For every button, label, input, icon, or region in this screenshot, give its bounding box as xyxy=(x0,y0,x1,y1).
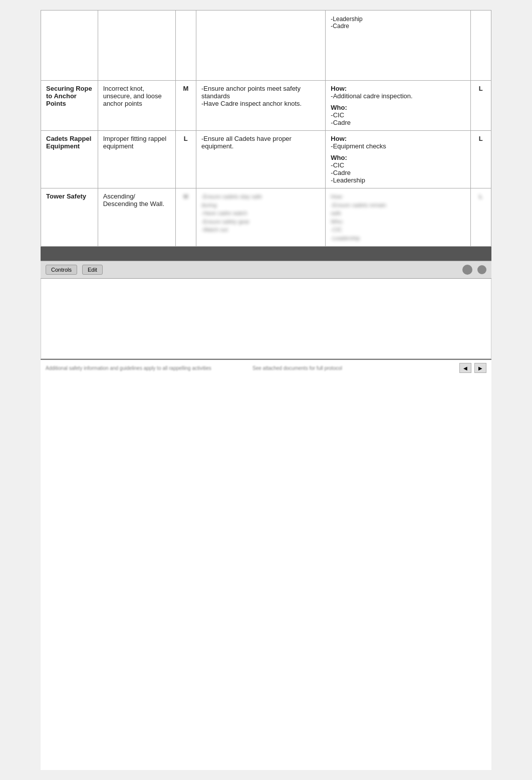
who-label-securing: Who: xyxy=(331,104,347,111)
details-text: -Leadership -Cadre xyxy=(331,16,465,30)
details-securing: How: -Additional cadre inspection. Who: … xyxy=(326,81,470,131)
how-label-securing: How: xyxy=(331,85,347,92)
risk-cell xyxy=(98,11,175,81)
footer-area: Additional safety information and guidel… xyxy=(41,359,491,376)
footer-arrows: ◀ ▶ xyxy=(459,363,486,373)
level-tower-blurred: M xyxy=(181,192,191,201)
how-label-cadets: How: xyxy=(331,135,347,142)
controls-button[interactable]: Controls xyxy=(46,265,77,275)
table-row: Securing Rope to Anchor Points Incorrect… xyxy=(41,81,491,131)
residual-cell xyxy=(470,11,491,81)
user-icon xyxy=(477,265,486,274)
details-cell: -Leadership -Cadre xyxy=(326,11,470,81)
level-cadets: L xyxy=(175,131,196,188)
edit-button[interactable]: Edit xyxy=(82,265,103,275)
level-cell xyxy=(175,11,196,81)
next-arrow-button[interactable]: ▶ xyxy=(474,363,486,373)
risk-table: -Leadership -Cadre Securing Rope to Anch… xyxy=(41,10,491,247)
level-securing: M xyxy=(175,81,196,131)
mitigation-securing: -Ensure anchor points meet safety standa… xyxy=(196,81,325,131)
who-text-securing: -CIC -Cadre xyxy=(331,111,351,126)
table-row: Cadets Rappel Equipment Improper fitting… xyxy=(41,131,491,188)
blank-content-area xyxy=(41,279,491,359)
page-wrapper: -Leadership -Cadre Securing Rope to Anch… xyxy=(41,10,491,770)
control-row: Controls Edit xyxy=(41,261,491,279)
footer-text-right: See attached documents for full protocol xyxy=(252,365,454,371)
hazard-tower: Tower Safety xyxy=(41,188,98,247)
level-tower: M xyxy=(175,188,196,247)
dark-separator-bar xyxy=(41,247,491,261)
how-text-cadets: -Equipment checks xyxy=(331,142,386,150)
who-label-cadets: Who: xyxy=(331,154,347,161)
prev-arrow-button[interactable]: ◀ xyxy=(459,363,471,373)
residual-cadets: L xyxy=(470,131,491,188)
residual-tower: L xyxy=(470,188,491,247)
details-cadets: How: -Equipment checks Who: -CIC -Cadre … xyxy=(326,131,470,188)
residual-tower-blurred: L xyxy=(476,192,486,201)
how-text-securing: -Additional cadre inspection. xyxy=(331,92,412,100)
risk-tower: Ascending/ Descending the Wall. xyxy=(98,188,175,247)
details-tower-blurred: How: -Ensure cadets remain safe Who: -CI… xyxy=(331,192,465,242)
mitigation-tower: -Ensure cadets stay safe during -Have ca… xyxy=(196,188,325,247)
hazard-cell xyxy=(41,11,98,81)
residual-securing: L xyxy=(470,81,491,131)
hazard-securing: Securing Rope to Anchor Points xyxy=(41,81,98,131)
table-row: -Leadership -Cadre xyxy=(41,11,491,81)
mitigation-cadets: -Ensure all Cadets have proper equipment… xyxy=(196,131,325,188)
footer-text-left: Additional safety information and guidel… xyxy=(46,365,247,371)
mitigation-tower-blurred: -Ensure cadets stay safe during -Have ca… xyxy=(201,192,320,234)
details-tower: How: -Ensure cadets remain safe Who: -CI… xyxy=(326,188,470,247)
risk-cadets: Improper fitting rappel equipment xyxy=(98,131,175,188)
who-text-cadets: -CIC -Cadre -Leadership xyxy=(331,161,365,184)
mitigation-cell xyxy=(196,11,325,81)
hazard-cadets: Cadets Rappel Equipment xyxy=(41,131,98,188)
risk-securing: Incorrect knot, unsecure, and loose anch… xyxy=(98,81,175,131)
table-row: Tower Safety Ascending/ Descending the W… xyxy=(41,188,491,247)
page-spacer xyxy=(41,376,491,476)
settings-icon xyxy=(462,265,472,275)
